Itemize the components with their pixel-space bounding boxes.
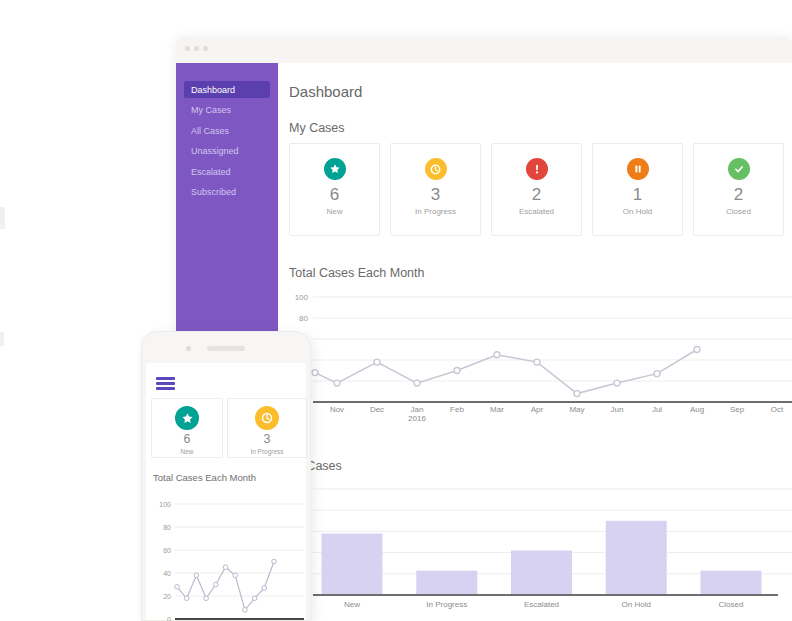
all-cases-bar-chart: 020406080100NewIn ProgressEscalatedOn Ho… — [278, 480, 792, 612]
star-icon — [324, 158, 346, 180]
svg-text:Dec: Dec — [370, 405, 384, 414]
svg-text:Sep: Sep — [730, 405, 745, 414]
phone-screen: 6 New 3 In Progress Total Cases Each Mon… — [146, 363, 306, 620]
svg-text:Jan: Jan — [411, 405, 424, 414]
svg-text:Jun: Jun — [611, 405, 624, 414]
svg-text:20: 20 — [163, 593, 171, 600]
check-icon — [728, 158, 750, 180]
svg-text:40: 40 — [163, 570, 171, 577]
sidebar-item-dashboard[interactable]: Dashboard — [184, 81, 270, 98]
svg-text:Escalated: Escalated — [524, 600, 559, 609]
stat-value: 2 — [492, 186, 581, 203]
sidebar-item-all-cases[interactable]: All Cases — [184, 122, 270, 139]
phone-mockup: 6 New 3 In Progress Total Cases Each Mon… — [141, 331, 311, 621]
svg-text:80: 80 — [163, 524, 171, 531]
svg-text:100: 100 — [295, 293, 309, 302]
stat-value: 2 — [694, 186, 783, 203]
stat-label: New — [290, 207, 379, 216]
clock-icon — [255, 406, 279, 430]
window-titlebar — [176, 36, 792, 63]
svg-text:2016: 2016 — [408, 414, 426, 423]
stat-label: Escalated — [492, 207, 581, 216]
total-cases-line-chart: 020406080100NovDecJan2016FebMarAprMayJun… — [278, 287, 792, 427]
stat-label: Closed — [694, 207, 783, 216]
svg-text:May: May — [569, 405, 584, 414]
phone-speaker-icon — [207, 346, 245, 351]
svg-text:In Progress: In Progress — [426, 600, 467, 609]
svg-text:80: 80 — [299, 314, 308, 323]
stat-value: 3 — [391, 186, 480, 203]
sidebar-item-subscribed[interactable]: Subscribed — [184, 184, 270, 201]
svg-text:Mar: Mar — [490, 405, 504, 414]
phone-stat-cards-row: 6 New 3 In Progress — [151, 398, 307, 458]
line-chart-heading: Total Cases Each Month — [289, 266, 425, 280]
svg-text:Feb: Feb — [450, 405, 464, 414]
svg-text:Oct: Oct — [771, 405, 784, 414]
hamburger-menu-icon[interactable] — [156, 377, 175, 392]
stat-card-escalated[interactable]: 2 Escalated — [491, 143, 582, 236]
svg-text:Apr: Apr — [531, 405, 544, 414]
svg-text:Nov: Nov — [330, 405, 344, 414]
stat-value: 3 — [228, 433, 306, 446]
svg-text:Aug: Aug — [690, 405, 704, 414]
window-dot-icon — [203, 46, 208, 51]
page: Dashboard My Cases All Cases Unassigned … — [0, 0, 792, 621]
window-control-dots-icon — [185, 46, 208, 51]
window-dot-icon — [185, 46, 190, 51]
stat-card-on-hold[interactable]: 1 On Hold — [592, 143, 683, 236]
stat-label: New — [152, 448, 222, 455]
pause-icon — [627, 158, 649, 180]
stat-label: In Progress — [228, 448, 306, 455]
stat-card-in-progress[interactable]: 3 In Progress — [390, 143, 481, 236]
phone-total-cases-line-chart: 020406080100 — [146, 493, 308, 621]
sidebar-item-unassigned[interactable]: Unassigned — [184, 143, 270, 160]
svg-text:Jul: Jul — [652, 405, 662, 414]
svg-text:New: New — [344, 600, 360, 609]
stat-value: 1 — [593, 186, 682, 203]
phone-chart-heading: Total Cases Each Month — [153, 472, 256, 483]
stat-card-new[interactable]: 6 New — [289, 143, 380, 236]
stat-label: On Hold — [593, 207, 682, 216]
svg-text:60: 60 — [163, 547, 171, 554]
svg-text:0: 0 — [167, 616, 171, 621]
page-edge-artifact — [0, 332, 4, 346]
stat-label: In Progress — [391, 207, 480, 216]
window-dot-icon — [194, 46, 199, 51]
sidebar-item-my-cases[interactable]: My Cases — [184, 102, 270, 119]
my-cases-heading: My Cases — [289, 121, 345, 135]
exclamation-icon — [526, 158, 548, 180]
svg-text:100: 100 — [159, 501, 171, 508]
phone-stat-card-in-progress[interactable]: 3 In Progress — [227, 398, 307, 458]
svg-text:Closed: Closed — [719, 600, 744, 609]
stat-cards-row: 6 New 3 In Progress 2 Escalated 1 On Hol… — [289, 143, 784, 236]
sidebar-item-escalated[interactable]: Escalated — [184, 163, 270, 180]
svg-text:On Hold: On Hold — [622, 600, 651, 609]
phone-camera-icon — [186, 346, 191, 351]
stat-card-closed[interactable]: 2 Closed — [693, 143, 784, 236]
phone-stat-card-new[interactable]: 6 New — [151, 398, 223, 458]
stat-value: 6 — [152, 433, 222, 446]
page-title: Dashboard — [289, 83, 362, 100]
clock-icon — [425, 158, 447, 180]
star-icon — [175, 406, 199, 430]
stat-value: 6 — [290, 186, 379, 203]
page-edge-artifact — [0, 207, 5, 229]
